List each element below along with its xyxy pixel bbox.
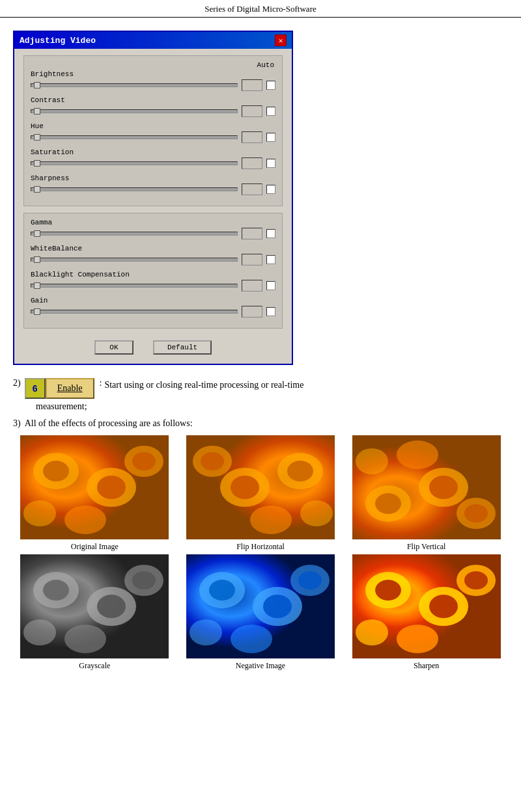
svg-point-20: [375, 493, 401, 514]
section-2: 2) 6 Enable : Start using or closing rea…: [0, 378, 521, 399]
contrast-slider[interactable]: [31, 109, 238, 113]
gamma-label: Gamma: [31, 219, 275, 226]
image-cell-flip-h: Flip Horizontal: [179, 435, 343, 552]
image-cell-original: Original Image: [13, 435, 176, 552]
hue-slider-row: [31, 131, 275, 143]
sharpness-slider[interactable]: [31, 187, 238, 191]
ok-button[interactable]: OK: [94, 340, 134, 355]
caption-flip-h: Flip Horizontal: [236, 542, 285, 552]
svg-point-26: [397, 440, 438, 469]
dialog-body: Auto Brightness Contrast: [14, 49, 292, 364]
enable-icon: 6: [25, 378, 46, 399]
dialog-close-button[interactable]: ✕: [275, 34, 287, 46]
svg-point-2: [43, 461, 69, 481]
svg-point-29: [43, 580, 69, 601]
gain-auto-checkbox[interactable]: [266, 307, 275, 316]
saturation-auto-checkbox[interactable]: [266, 159, 275, 168]
gamma-auto-checkbox[interactable]: [266, 229, 275, 238]
enable-button[interactable]: Enable: [46, 378, 94, 399]
dialog-title: Adjusting Video: [20, 36, 96, 46]
dialog-titlebar: Adjusting Video ✕: [14, 32, 292, 49]
hue-label: Hue: [31, 122, 275, 130]
brightness-auto-checkbox[interactable]: [266, 81, 275, 90]
svg-point-31: [97, 595, 126, 618]
flip-vertical-image: [352, 435, 501, 539]
section-3-header-text: All of the effects of processing are as …: [25, 418, 193, 429]
auto-header-label: Auto: [31, 61, 275, 69]
svg-point-52: [356, 619, 388, 645]
whitebalance-label: WhiteBalance: [31, 245, 275, 252]
saturation-slider[interactable]: [31, 161, 238, 165]
section-2-description: Start using or closing real-time process…: [104, 378, 508, 392]
svg-point-53: [397, 625, 438, 653]
gamma-slider-row: [31, 228, 275, 239]
gain-value[interactable]: [242, 306, 262, 318]
blacklight-slider[interactable]: [31, 284, 238, 288]
sharpness-slider-row: [31, 183, 275, 195]
flip-horizontal-image: [186, 435, 335, 539]
close-icon: ✕: [279, 36, 283, 45]
saturation-value[interactable]: [242, 157, 262, 169]
contrast-row: Contrast: [31, 96, 275, 117]
whitebalance-slider[interactable]: [31, 258, 238, 262]
whitebalance-auto-checkbox[interactable]: [266, 255, 275, 264]
svg-point-4: [97, 476, 126, 499]
caption-grayscale: Grayscale: [79, 661, 110, 671]
hue-row: Hue: [31, 122, 275, 143]
svg-point-51: [464, 571, 488, 589]
brightness-row: Brightness: [31, 70, 275, 91]
svg-point-40: [263, 595, 292, 618]
gamma-row: Gamma: [31, 219, 275, 239]
image-cell-grayscale: Grayscale: [13, 554, 176, 671]
contrast-value[interactable]: [242, 105, 262, 117]
gain-slider-row: [31, 306, 275, 318]
grayscale-image: [20, 554, 169, 658]
svg-point-17: [250, 506, 292, 534]
hue-slider[interactable]: [31, 135, 238, 139]
svg-point-49: [429, 595, 458, 618]
blacklight-value[interactable]: [242, 280, 262, 291]
svg-point-11: [287, 461, 313, 481]
hue-auto-checkbox[interactable]: [266, 133, 275, 142]
page-header: Series of Digital Micro-Software: [0, 0, 521, 18]
caption-sharpen: Sharpen: [414, 661, 439, 671]
contrast-auto-checkbox[interactable]: [266, 107, 275, 116]
sharpness-row: Sharpness: [31, 174, 275, 195]
svg-point-43: [190, 619, 222, 645]
section-3-header-row: 3) All of the effects of processing are …: [13, 418, 508, 429]
svg-point-38: [209, 580, 235, 601]
section-2-number: 2): [13, 378, 21, 388]
gamma-value[interactable]: [242, 228, 262, 239]
svg-point-42: [298, 571, 322, 589]
svg-point-35: [64, 625, 106, 653]
blacklight-auto-checkbox[interactable]: [266, 281, 275, 290]
image-cell-negative: Negative Image: [179, 554, 343, 671]
dialog-buttons: OK Default: [23, 335, 283, 357]
image-cell-flip-v: Flip Vertical: [345, 435, 508, 552]
svg-point-13: [231, 476, 259, 499]
header-title: Series of Digital Micro-Software: [204, 4, 316, 14]
sharpness-value[interactable]: [242, 183, 262, 195]
svg-point-16: [300, 500, 333, 526]
svg-point-8: [64, 506, 106, 534]
whitebalance-value[interactable]: [242, 254, 262, 265]
gain-row: Gain: [31, 297, 275, 318]
brightness-slider-row: [31, 79, 275, 91]
svg-point-47: [375, 580, 401, 601]
svg-point-22: [429, 476, 458, 499]
brightness-label: Brightness: [31, 70, 275, 78]
image-grid: Original Image: [13, 435, 508, 671]
whitebalance-slider-row: [31, 254, 275, 265]
gain-label: Gain: [31, 297, 275, 304]
gamma-slider[interactable]: [31, 232, 238, 236]
brightness-value[interactable]: [242, 79, 262, 91]
caption-flip-v: Flip Vertical: [407, 542, 445, 552]
section-3-number: 3): [13, 418, 21, 429]
default-button[interactable]: Default: [153, 340, 212, 355]
hue-value[interactable]: [242, 131, 262, 143]
contrast-label: Contrast: [31, 96, 275, 104]
gain-slider[interactable]: [31, 310, 238, 314]
negative-image: [186, 554, 335, 658]
sharpness-auto-checkbox[interactable]: [266, 185, 275, 194]
brightness-slider[interactable]: [31, 83, 238, 87]
